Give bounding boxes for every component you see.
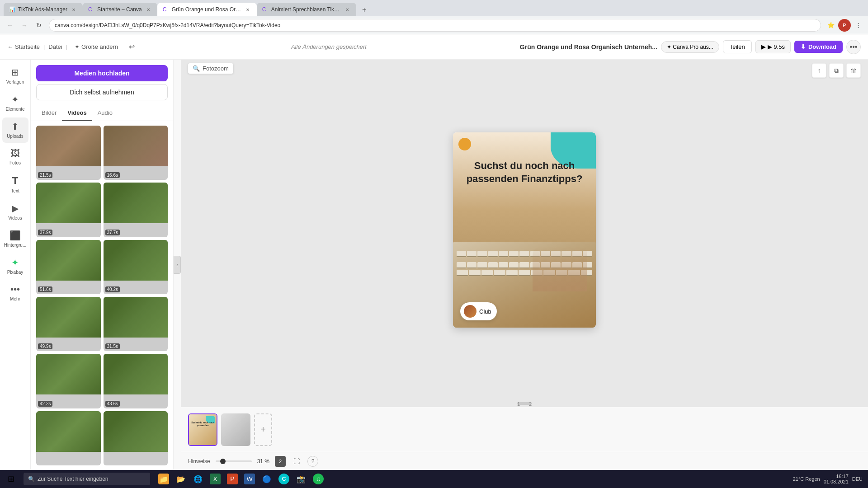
browser-tab-active[interactable]: C Grün Orange und Rosa Org… ✕ <box>157 3 257 16</box>
hints-label: Hinweise <box>188 458 210 465</box>
browser-tab-animiert[interactable]: C Animiert Sprechblasen Tikto… ✕ <box>257 3 356 16</box>
canvas-preview[interactable]: Suchst du noch nach passenden Finanztipp… <box>453 132 596 328</box>
self-record-button[interactable]: Dich selbst aufnehmen <box>36 84 168 100</box>
home-button[interactable]: ← Startseite <box>7 43 40 50</box>
taskbar-search[interactable]: 🔍 Zur Suche Text hier eingeben <box>24 473 150 485</box>
taskbar-app-canva[interactable]: C <box>276 471 292 487</box>
resize-button[interactable]: ✦ Größe ändern <box>71 42 122 52</box>
share-button[interactable]: Teilen <box>723 40 752 53</box>
list-item[interactable]: 40.2s <box>104 240 168 294</box>
slider-track <box>216 460 252 462</box>
divider-2: | <box>66 43 67 50</box>
profile-button[interactable]: P <box>838 19 851 32</box>
sidebar-item-fotos[interactable]: 🖼 Fotos <box>2 145 28 169</box>
elemente-icon: ✦ <box>11 94 19 105</box>
resize-icon: ✦ <box>75 43 80 50</box>
new-tab-button[interactable]: + <box>358 4 371 16</box>
taskbar-app-photos[interactable]: 📸 <box>293 471 309 487</box>
undo-button[interactable]: ↩ <box>125 41 138 53</box>
taskbar-app-files[interactable]: 📂 <box>173 471 189 487</box>
taskbar-app-excel[interactable]: X <box>207 471 223 487</box>
play-button[interactable]: ▶ ▶ 9.5s <box>755 40 791 53</box>
taskbar-app-browser[interactable]: 🌐 <box>190 471 206 487</box>
list-item[interactable]: 37.9s <box>36 183 101 237</box>
settings-button[interactable]: ⋮ <box>852 19 864 32</box>
browser-tab-startseite[interactable]: C Startseite – Canva ✕ <box>83 3 157 16</box>
list-item[interactable]: 42.3s <box>36 354 101 408</box>
tab-videos[interactable]: Videos <box>62 106 92 121</box>
more-options-button[interactable]: ••• <box>846 40 861 54</box>
help-button[interactable]: ? <box>307 456 318 467</box>
taskbar-app-edge[interactable]: 🔵 <box>259 471 275 487</box>
tab-close-animiert[interactable]: ✕ <box>344 6 351 13</box>
taskbar-app-powerpoint[interactable]: P <box>224 471 241 487</box>
list-item[interactable]: 49.9s <box>36 297 101 351</box>
pixabay-label: Pixabay <box>7 270 24 275</box>
start-button[interactable]: ⊞ <box>0 470 22 488</box>
sidebar-item-pixabay[interactable]: ✦ Pixabay <box>2 253 28 279</box>
search-placeholder: Zur Suche Text hier eingeben <box>38 476 108 482</box>
taskbar-apps: 📁 📂 🌐 X P W 🔵 C 📸 ♫ <box>152 471 330 487</box>
club-avatar <box>464 305 476 318</box>
download-label: Download <box>808 43 836 50</box>
list-item[interactable]: 31.5s <box>104 297 168 351</box>
list-item[interactable] <box>104 411 168 465</box>
canva-pro-label: ✦ Canva Pro aus... <box>667 44 713 50</box>
slide-thumb-2[interactable]: 2 <box>221 413 250 446</box>
resize-label: Größe ändern <box>81 43 118 50</box>
taskbar-date: 01.08.2021 <box>824 479 849 484</box>
sidebar-item-uploads[interactable]: ⬆ Uploads <box>2 117 28 143</box>
sidebar-item-hintergrund[interactable]: ⬛ Hintergru... <box>2 226 28 252</box>
add-slide-button[interactable]: + <box>254 413 272 446</box>
list-item[interactable]: 37.7s <box>104 183 168 237</box>
sidebar-item-mehr[interactable]: ••• Mehr <box>2 281 28 305</box>
fullscreen-button[interactable]: ⛶ <box>291 456 302 467</box>
files-icon: 📂 <box>175 474 186 484</box>
browser-toolbar: ← → ↻ canva.com/design/DAEl3hLsW_0/q0DqP… <box>0 16 868 34</box>
tab-title-animiert: Animiert Sprechblasen Tikto… <box>271 6 341 13</box>
sidebar-item-videos[interactable]: ▶ Videos <box>2 199 28 225</box>
list-item[interactable]: 51.6s <box>36 240 101 294</box>
list-item[interactable]: 21.5s <box>36 126 101 180</box>
taskbar-lang: DEU <box>852 476 863 482</box>
hintergrund-icon: ⬛ <box>9 230 21 241</box>
list-item[interactable]: 16.6s <box>104 126 168 180</box>
list-item[interactable]: 43.6s <box>104 354 168 408</box>
vorlagen-icon: ⊞ <box>11 67 19 78</box>
explorer-icon: 📁 <box>158 474 169 484</box>
zoom-slider[interactable] <box>216 460 252 462</box>
canva-pro-button[interactable]: ✦ Canva Pro aus... <box>661 41 719 53</box>
windows-taskbar: ⊞ 🔍 Zur Suche Text hier eingeben 📁 📂 🌐 X… <box>0 470 868 488</box>
photos-icon: 📸 <box>296 474 307 484</box>
upload-button[interactable]: Medien hochladen <box>36 65 168 81</box>
taskbar-app-word[interactable]: W <box>241 471 258 487</box>
file-menu[interactable]: Datei <box>48 43 62 50</box>
taskbar-app-explorer[interactable]: 📁 <box>156 471 172 487</box>
fotos-label: Fotos <box>9 160 21 166</box>
browser-tab-tiktok[interactable]: 📊 TikTok Ads-Manager ✕ <box>4 3 83 16</box>
tab-bar: Bilder Videos Audio <box>31 106 173 121</box>
video-duration: 49.9s <box>38 343 52 349</box>
back-button[interactable]: ← <box>4 19 16 32</box>
sidebar-item-vorlagen[interactable]: ⊞ Vorlagen <box>2 63 28 89</box>
tab-close-tiktok[interactable]: ✕ <box>70 6 77 13</box>
uploads-icon: ⬆ <box>11 121 19 132</box>
slide-thumb-1[interactable]: Suchst du noch nach passenden 1 <box>188 413 217 446</box>
tab-audio[interactable]: Audio <box>92 106 118 121</box>
sidebar-item-elemente[interactable]: ✦ Elemente <box>2 90 28 116</box>
extensions-button[interactable]: ⭐ <box>825 19 837 32</box>
status-bar: Hinweise 31 % 2 ⛶ ? <box>181 452 868 470</box>
list-item[interactable] <box>36 411 101 465</box>
address-bar[interactable]: canva.com/design/DAEl3hLsW_0/q0DqP7PxKwj… <box>49 19 821 32</box>
collapse-panel-button[interactable]: ‹ <box>174 256 181 274</box>
reload-button[interactable]: ↻ <box>33 19 45 32</box>
sidebar-item-text[interactable]: T Text <box>2 171 28 197</box>
taskbar-right: 21°C Regen 16:17 01.08.2021 DEU <box>793 474 868 484</box>
taskbar-app-music[interactable]: ♫ <box>310 471 326 487</box>
forward-button[interactable]: → <box>18 19 31 32</box>
tab-bilder[interactable]: Bilder <box>36 106 62 121</box>
tab-close-startseite[interactable]: ✕ <box>145 6 152 13</box>
download-button[interactable]: ⬇ Download <box>794 41 843 53</box>
tab-close-active[interactable]: ✕ <box>244 6 251 13</box>
videos-sidebar-label: Videos <box>8 216 22 221</box>
